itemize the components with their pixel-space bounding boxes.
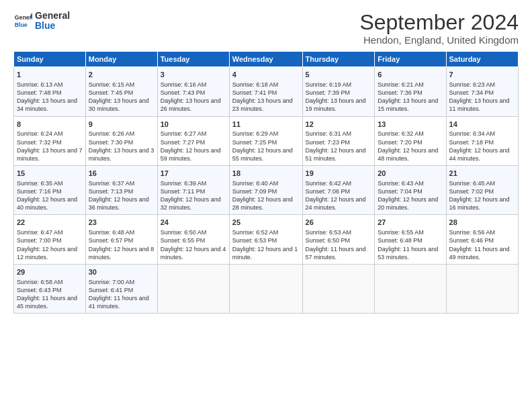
sunrise: Sunrise: 6:19 AM — [306, 81, 352, 88]
calendar-cell — [229, 264, 302, 313]
day-number: 26 — [306, 218, 372, 228]
calendar-cell: 18Sunrise: 6:40 AMSunset: 7:09 PMDayligh… — [229, 166, 302, 215]
calendar-cell: 20Sunrise: 6:43 AMSunset: 7:04 PMDayligh… — [375, 166, 446, 215]
calendar-cell: 1Sunrise: 6:13 AMSunset: 7:48 PMDaylight… — [14, 67, 86, 116]
calendar-cell: 22Sunrise: 6:47 AMSunset: 7:00 PMDayligh… — [14, 215, 86, 264]
calendar-cell — [302, 264, 375, 313]
sunset: Sunset: 7:13 PM — [89, 188, 134, 195]
calendar-cell — [157, 264, 229, 313]
calendar-cell: 29Sunrise: 6:58 AMSunset: 6:43 PMDayligh… — [14, 264, 86, 313]
calendar-cell: 26Sunrise: 6:53 AMSunset: 6:50 PMDayligh… — [302, 215, 375, 264]
month-title: September 2024 — [359, 11, 519, 34]
daylight: Daylight: 12 hours and 55 minutes. — [232, 147, 293, 162]
day-number: 15 — [17, 169, 83, 179]
sunset: Sunset: 7:00 PM — [17, 237, 62, 244]
calendar-cell: 19Sunrise: 6:42 AMSunset: 7:06 PMDayligh… — [302, 166, 375, 215]
day-number: 11 — [232, 120, 300, 130]
calendar-cell — [446, 264, 518, 313]
day-number: 14 — [449, 120, 515, 130]
calendar-cell: 24Sunrise: 6:50 AMSunset: 6:55 PMDayligh… — [157, 215, 229, 264]
sunset: Sunset: 6:50 PM — [306, 237, 351, 244]
day-number: 5 — [306, 70, 372, 80]
day-number: 23 — [89, 218, 154, 228]
sunset: Sunset: 7:18 PM — [449, 139, 494, 146]
day-header-thursday: Thursday — [302, 52, 375, 67]
daylight: Daylight: 12 hours and 1 minute. — [232, 246, 298, 261]
calendar-table: SundayMondayTuesdayWednesdayThursdayFrid… — [13, 51, 519, 314]
sunrise: Sunrise: 6:52 AM — [232, 229, 279, 236]
svg-text:Blue: Blue — [15, 21, 28, 28]
calendar-cell — [375, 264, 446, 313]
daylight: Daylight: 11 hours and 49 minutes. — [449, 246, 510, 261]
sunrise: Sunrise: 6:43 AM — [378, 180, 424, 187]
daylight: Daylight: 13 hours and 15 minutes. — [378, 97, 438, 112]
daylight: Daylight: 13 hours and 34 minutes. — [17, 97, 77, 112]
day-number: 18 — [232, 169, 300, 179]
sunset: Sunset: 6:43 PM — [17, 287, 62, 293]
sunrise: Sunrise: 6:39 AM — [161, 180, 207, 187]
day-number: 19 — [306, 169, 372, 179]
logo: General Blue General Blue — [13, 11, 70, 32]
sunset: Sunset: 7:34 PM — [449, 89, 494, 96]
logo-blue-text: Blue — [35, 21, 70, 31]
daylight: Daylight: 12 hours and 51 minutes. — [306, 147, 366, 162]
day-number: 27 — [378, 218, 443, 228]
calendar-cell: 9Sunrise: 6:26 AMSunset: 7:30 PMDaylight… — [85, 116, 157, 165]
day-header-saturday: Saturday — [446, 52, 518, 67]
daylight: Daylight: 11 hours and 41 minutes. — [89, 295, 149, 310]
daylight: Daylight: 12 hours and 24 minutes. — [306, 196, 366, 211]
sunset: Sunset: 7:32 PM — [17, 139, 62, 146]
day-number: 9 — [89, 120, 154, 130]
calendar-cell: 27Sunrise: 6:55 AMSunset: 6:48 PMDayligh… — [375, 215, 446, 264]
sunset: Sunset: 6:53 PM — [232, 237, 277, 244]
day-number: 13 — [378, 120, 443, 130]
sunrise: Sunrise: 6:24 AM — [17, 130, 63, 137]
day-number: 4 — [232, 70, 300, 80]
sunrise: Sunrise: 6:16 AM — [161, 81, 207, 88]
sunrise: Sunrise: 6:58 AM — [17, 279, 63, 285]
sunrise: Sunrise: 6:23 AM — [449, 81, 496, 88]
day-number: 7 — [449, 70, 515, 80]
sunset: Sunset: 7:09 PM — [232, 188, 277, 195]
calendar-cell: 21Sunrise: 6:45 AMSunset: 7:02 PMDayligh… — [446, 166, 518, 215]
calendar-cell: 28Sunrise: 6:56 AMSunset: 6:46 PMDayligh… — [446, 215, 518, 264]
day-number: 3 — [161, 70, 226, 80]
sunset: Sunset: 7:36 PM — [378, 89, 423, 96]
daylight: Daylight: 12 hours and 40 minutes. — [17, 196, 77, 211]
daylight: Daylight: 12 hours and 12 minutes. — [17, 246, 77, 261]
sunset: Sunset: 6:57 PM — [89, 237, 134, 244]
daylight: Daylight: 12 hours and 36 minutes. — [89, 196, 149, 211]
daylight: Daylight: 13 hours and 7 minutes. — [17, 147, 83, 162]
sunrise: Sunrise: 6:34 AM — [449, 130, 496, 137]
calendar-cell: 8Sunrise: 6:24 AMSunset: 7:32 PMDaylight… — [14, 116, 86, 165]
sunset: Sunset: 7:20 PM — [378, 139, 423, 146]
calendar-cell: 12Sunrise: 6:31 AMSunset: 7:23 PMDayligh… — [302, 116, 375, 165]
day-number: 24 — [161, 218, 226, 228]
daylight: Daylight: 12 hours and 4 minutes. — [161, 246, 226, 261]
day-number: 28 — [449, 218, 515, 228]
sunset: Sunset: 6:55 PM — [161, 237, 206, 244]
day-header-tuesday: Tuesday — [157, 52, 229, 67]
calendar-cell: 11Sunrise: 6:29 AMSunset: 7:25 PMDayligh… — [229, 116, 302, 165]
calendar-cell: 7Sunrise: 6:23 AMSunset: 7:34 PMDaylight… — [446, 67, 518, 116]
logo-general-text: General — [35, 11, 70, 21]
calendar-cell: 16Sunrise: 6:37 AMSunset: 7:13 PMDayligh… — [85, 166, 157, 215]
day-number: 17 — [161, 169, 226, 179]
sunrise: Sunrise: 6:56 AM — [449, 229, 496, 236]
sunrise: Sunrise: 6:48 AM — [89, 229, 135, 236]
sunset: Sunset: 6:48 PM — [378, 237, 423, 244]
sunrise: Sunrise: 6:45 AM — [449, 180, 496, 187]
sunrise: Sunrise: 6:13 AM — [17, 81, 63, 88]
daylight: Daylight: 13 hours and 26 minutes. — [161, 97, 221, 112]
daylight: Daylight: 13 hours and 3 minutes. — [89, 147, 154, 162]
day-number: 2 — [89, 70, 154, 80]
sunrise: Sunrise: 6:29 AM — [232, 130, 279, 137]
day-number: 25 — [232, 218, 300, 228]
day-number: 10 — [161, 120, 226, 130]
daylight: Daylight: 11 hours and 57 minutes. — [306, 246, 366, 261]
daylight: Daylight: 12 hours and 8 minutes. — [89, 246, 154, 261]
day-number: 8 — [17, 120, 83, 130]
sunrise: Sunrise: 6:37 AM — [89, 180, 135, 187]
daylight: Daylight: 11 hours and 45 minutes. — [17, 295, 77, 310]
sunrise: Sunrise: 6:55 AM — [378, 229, 424, 236]
